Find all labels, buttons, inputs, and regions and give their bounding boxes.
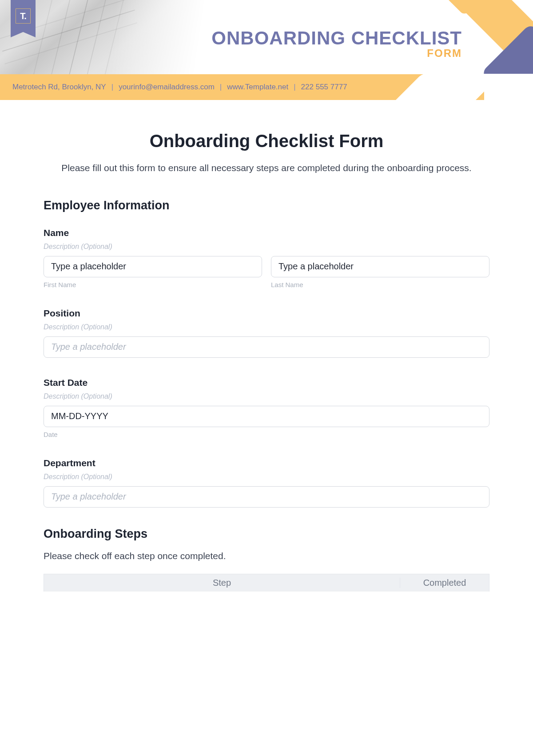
- form-intro-text: Please fill out this form to ensure all …: [44, 161, 489, 176]
- field-name: Name Description (Optional) First Name L…: [44, 228, 489, 288]
- last-name-input[interactable]: [271, 256, 489, 277]
- contact-address: Metrotech Rd, Brooklyn, NY: [12, 83, 106, 92]
- start-date-sublabel: Date: [44, 431, 489, 438]
- start-date-input[interactable]: [44, 406, 489, 427]
- contact-website: www.Template.net: [227, 83, 288, 92]
- position-description: Description (Optional): [44, 323, 489, 331]
- department-description: Description (Optional): [44, 473, 489, 481]
- contact-email: yourinfo@emailaddress.com: [119, 83, 215, 92]
- position-label: Position: [44, 308, 489, 319]
- name-description: Description (Optional): [44, 243, 489, 251]
- steps-table-header: Step Completed: [44, 574, 489, 592]
- first-name-sublabel: First Name: [44, 281, 262, 288]
- decor-cut: [484, 74, 533, 100]
- position-input[interactable]: [44, 336, 489, 358]
- logo-ribbon: T.: [11, 0, 36, 32]
- steps-intro-text: Please check off each step once complete…: [44, 551, 489, 561]
- separator: |: [294, 83, 295, 92]
- separator: |: [220, 83, 222, 92]
- field-start-date: Start Date Description (Optional) Date: [44, 377, 489, 438]
- banner-title-block: ONBOARDING CHECKLIST FORM: [211, 28, 462, 60]
- page-title: Onboarding Checklist Form: [44, 131, 489, 151]
- field-department: Department Description (Optional): [44, 458, 489, 508]
- section-onboarding-steps: Onboarding Steps: [44, 527, 489, 541]
- department-input[interactable]: [44, 486, 489, 508]
- first-name-input[interactable]: [44, 256, 262, 277]
- contact-info-bar: Metrotech Rd, Brooklyn, NY | yourinfo@em…: [0, 74, 533, 100]
- start-date-description: Description (Optional): [44, 392, 489, 400]
- form-content: Onboarding Checklist Form Please fill ou…: [0, 100, 533, 592]
- contact-phone: 222 555 7777: [301, 83, 347, 92]
- banner-title: ONBOARDING CHECKLIST: [211, 28, 462, 49]
- start-date-label: Start Date: [44, 377, 489, 388]
- department-label: Department: [44, 458, 489, 468]
- col-completed: Completed: [400, 578, 489, 588]
- header-banner: T. ONBOARDING CHECKLIST FORM Metrotech R…: [0, 0, 533, 100]
- col-step: Step: [44, 578, 400, 588]
- logo-letter: T.: [16, 8, 31, 24]
- last-name-sublabel: Last Name: [271, 281, 489, 288]
- banner-subtitle: FORM: [211, 47, 462, 60]
- section-employee-info: Employee Information: [44, 199, 489, 212]
- field-position: Position Description (Optional): [44, 308, 489, 358]
- separator: |: [111, 83, 113, 92]
- name-label: Name: [44, 228, 489, 238]
